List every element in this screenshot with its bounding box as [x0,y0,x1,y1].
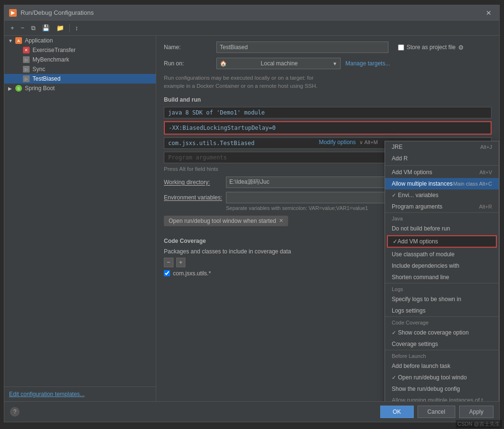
content-area: ▼ A Application ✕ ExerciseTransfer [4,36,499,401]
dropdown-logs-settings[interactable]: Logs settings [385,305,499,316]
add-config-button[interactable]: + [8,23,17,33]
close-button[interactable]: ✕ [483,8,494,18]
open-run-debug-label: Open run/debug tool windo [398,374,467,381]
open-tool-window-button[interactable]: Open run/debug tool window when started … [164,216,288,226]
modify-options-button[interactable]: Modify options ∨ Alt+M [317,138,380,146]
run-on-select[interactable]: 🏠 Local machine ▼ [216,58,341,69]
sidebar-item-exercise-transfer[interactable]: ✕ ExerciseTransfer [4,45,156,55]
run-on-value: Local machine [261,60,298,67]
dropdown-arrow-icon: ▼ [332,61,337,66]
working-dir-label: Working directory: [164,179,226,186]
build-run-header: Build and run [164,96,492,103]
dropdown-env-vars[interactable]: ✓Envi... variables [385,189,499,201]
dropdown-open-run-debug[interactable]: ✓Open run/debug tool windo [385,372,499,383]
allow-multiple-label: Allow multiple instances [392,180,452,187]
testbiased-label: TestBiased [32,75,61,82]
coverage-remove-button[interactable]: − [164,258,173,267]
app-group-icon: A [15,37,22,44]
dropdown-allow-multiple[interactable]: Allow multiple instances Main class Alt+… [385,178,499,189]
specify-logs-label: Specify logs to be shown in [392,296,461,303]
dropdown-add-vm-unchecked[interactable]: Add VM options Alt+V [385,167,499,178]
app-group-label: Application [25,37,53,44]
name-input[interactable] [216,42,388,53]
edit-config-link[interactable]: Edit configuration templates... [4,387,156,401]
springboot-icon: S [15,85,22,92]
do-not-build-label: Do not build before run [392,225,450,232]
dropdown-jre[interactable]: JRE Alt+J [385,141,499,153]
sdk-value: java 8 SDK of 'Demo1' module [168,109,265,116]
allow-multiple-shortcut: Main class Alt+C [453,181,492,187]
dropdown-do-not-build[interactable]: Do not build before run [385,223,499,234]
watermark: CSDN @吉士先生 [456,420,502,428]
add-before-launch-label: Add before launch task [392,363,450,369]
dropdown-program-args[interactable]: Program arguments Alt+R [385,201,499,212]
save-config-button[interactable]: 💾 [40,23,52,33]
remove-config-button[interactable]: − [19,23,27,33]
toolbar: + − ⧉ 💾 📁 ↕ [4,21,499,36]
vm-options-field[interactable]: -XX:BiasedLockingStartupDelay=0 [164,121,492,135]
expand-arrow: ▼ [8,38,15,43]
code-coverage-section-label: Code Coverage [385,316,499,327]
sidebar: ▼ A Application ✕ ExerciseTransfer [4,36,156,401]
manage-targets-link[interactable]: Manage targets... [345,60,390,67]
dropdown-specify-logs[interactable]: Specify logs to be shown in [385,293,499,305]
use-classpath-label: Use classpath of module [392,251,454,258]
home-icon: 🏠 [220,60,227,67]
coverage-item-checkbox[interactable] [164,270,170,276]
tag-close-icon[interactable]: ✕ [279,218,283,224]
coverage-item-label: com.jsxs.utils.* [173,270,211,277]
gear-icon[interactable]: ⚙ [458,44,464,51]
run-description: Run configurations may be executed local… [164,74,492,91]
run-on-row: Run on: 🏠 Local machine ▼ Manage targets… [164,58,492,69]
coverage-add-button[interactable]: + [176,258,186,267]
dropdown-add-vm-checked[interactable]: ✓Add VM options [387,235,497,248]
store-checkbox[interactable] [398,44,404,51]
add-r-label: Add R [392,155,407,162]
dropdown-add-r[interactable]: Add R [385,153,499,164]
program-args-shortcut: Alt+R [479,204,492,209]
dialog-title: Run/Debug Configurations [21,9,483,16]
sdk-field[interactable]: java 8 SDK of 'Demo1' module [164,107,492,118]
copy-config-button[interactable]: ⧉ [29,23,38,33]
sidebar-item-sync[interactable]: ▷ Sync [4,64,156,74]
jre-shortcut: Alt+J [480,144,492,150]
java-section-label: Java [385,212,499,223]
help-button[interactable]: ? [10,407,20,417]
dropdown-add-before-launch[interactable]: Add before launch task [385,360,499,372]
dropdown-allow-multiple-bottom[interactable]: Allow running multiple instances of t [385,395,499,401]
ok-button[interactable]: OK [380,406,414,418]
logs-section-label: Logs [385,283,499,293]
dropdown-shorten-cmd[interactable]: Shorten command line [385,272,499,283]
sidebar-group-application[interactable]: ▼ A Application [4,36,156,45]
open-tool-window-label: Open run/debug tool window when started [169,218,276,224]
vm-options-value: -XX:BiasedLockingStartupDelay=0 [169,125,276,131]
logs-settings-label: Logs settings [392,307,426,314]
dropdown-include-deps[interactable]: Include dependencies with [385,260,499,272]
apply-button[interactable]: Apply [459,406,493,418]
env-vars-label: Environment variables: [164,194,226,201]
sidebar-item-testbiased[interactable]: ▷ TestBiased [4,74,156,84]
folder-config-button[interactable]: 📁 [54,23,66,33]
testbiased-icon: ▷ [22,75,30,82]
app-icon: ▶ [9,9,17,17]
title-bar: ▶ Run/Debug Configurations ✕ [4,5,499,21]
springboot-label: Spring Boot [25,85,55,92]
dropdown-use-classpath[interactable]: Use classpath of module [385,249,499,260]
cancel-button[interactable]: Cancel [418,406,455,418]
name-row: Name: Store as project file ⚙ [164,42,492,53]
modify-options-label: Modify options [319,139,355,146]
exercise-transfer-label: ExerciseTransfer [32,47,75,53]
sort-config-button[interactable]: ↕ [73,23,81,33]
sidebar-group-springboot[interactable]: ▶ S Spring Boot [4,84,156,93]
modify-shortcut: ∨ Alt+M [359,139,378,145]
dropdown-show-code-coverage[interactable]: ✓Show code coverage option [385,327,499,338]
env-label: Envi... variables [398,192,439,199]
sync-label: Sync [32,66,45,73]
allow-multiple-bottom-label: Allow running multiple instances of t [392,397,483,401]
program-args-label-menu: Program arguments [392,203,442,210]
dropdown-coverage-settings[interactable]: Coverage settings [385,338,499,350]
sidebar-item-mybenchmark[interactable]: ▷ MyBenchmark [4,55,156,64]
coverage-settings-label: Coverage settings [392,341,438,347]
toolbar-separator [69,24,70,32]
dropdown-show-run-debug[interactable]: Show the run/debug config [385,383,499,395]
